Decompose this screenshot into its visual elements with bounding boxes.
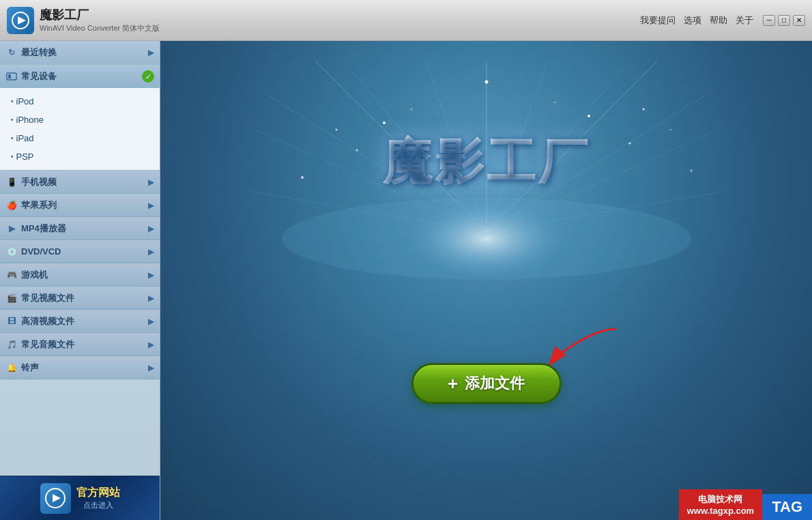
hd-video-section[interactable]: 🎞 高清视频文件 ▶ — [0, 310, 160, 333]
apple-icon: 🍎 — [5, 199, 18, 212]
device-ipod-label: iPod — [16, 96, 34, 106]
apple-series-section[interactable]: 🍎 苹果系列 ▶ — [0, 194, 160, 217]
menu-ask[interactable]: 我要提问 — [640, 14, 676, 27]
hd-video-label: 高清视频文件 — [21, 315, 74, 328]
svg-rect-3 — [8, 74, 11, 78]
title-text-group: 魔影工厂 WinAVI Video Converter 简体中文版 — [40, 7, 160, 33]
check-icon: ✓ — [142, 70, 154, 83]
mp4-player-label: MP4播放器 — [21, 222, 66, 235]
svg-marker-1 — [18, 16, 26, 25]
device-psp-label: PSP — [16, 151, 34, 162]
menu-options[interactable]: 选项 — [684, 14, 701, 27]
official-site-label: 官方网站 — [76, 486, 120, 500]
svg-point-21 — [628, 143, 630, 145]
hd-arrow-icon: ▶ — [148, 317, 154, 326]
recent-icon: ↻ — [5, 46, 18, 59]
mobile-video-section[interactable]: 📱 手机视频 ▶ — [0, 171, 160, 194]
svg-point-24 — [670, 129, 671, 130]
common-video-icon: 🎬 — [5, 292, 18, 304]
maximize-button[interactable]: □ — [778, 15, 790, 26]
ringtone-arrow-icon: ▶ — [148, 363, 154, 373]
recent-convert-header[interactable]: ↻ 最近转换 ▶ — [0, 41, 160, 64]
banner-text: 官方网站 点击进入 — [76, 486, 120, 510]
official-banner[interactable]: 官方网站 点击进入 — [0, 476, 160, 520]
svg-line-16 — [248, 191, 487, 232]
watermark-url: www.tagxp.com — [687, 506, 754, 516]
device-ipad-label: iPad — [16, 133, 34, 143]
audio-arrow-icon: ▶ — [148, 340, 154, 349]
dot-icon: • — [11, 134, 14, 142]
mp4-arrow-icon: ▶ — [148, 224, 154, 233]
window-controls: ─ □ ✕ — [763, 15, 805, 26]
minimize-button[interactable]: ─ — [763, 15, 775, 26]
svg-marker-5 — [53, 494, 61, 502]
content-area: 魔影工厂 + 添加文件 电脑技术网 www.tagxp.com TAG — [160, 41, 812, 520]
apple-arrow-icon: ▶ — [148, 201, 154, 210]
game-console-label: 游戏机 — [21, 269, 48, 281]
svg-point-26 — [356, 149, 358, 151]
game-arrow-icon: ▶ — [148, 270, 154, 280]
svg-point-20 — [588, 115, 590, 117]
common-devices-section: 常见设备 ✓ • iPod • iPhone • iPad • — [0, 65, 160, 171]
common-video-section[interactable]: 🎬 常见视频文件 ▶ — [0, 287, 160, 310]
dot-icon: • — [11, 98, 14, 105]
mobile-arrow-icon: ▶ — [148, 177, 154, 187]
device-ipod[interactable]: • iPod — [0, 92, 160, 111]
mp4-player-section[interactable]: ▶ MP4播放器 ▶ — [0, 217, 160, 240]
dvd-vcd-section[interactable]: 💿 DVD/VCD ▶ — [0, 240, 160, 263]
main-container: ↻ 最近转换 ▶ 常见设备 ✓ — [0, 41, 812, 520]
device-psp[interactable]: • PSP — [0, 147, 160, 166]
add-file-button[interactable]: + 添加文件 — [411, 363, 562, 404]
game-icon: 🎮 — [5, 269, 18, 281]
app-logo — [7, 7, 34, 34]
svg-line-15 — [487, 191, 725, 232]
svg-point-29 — [690, 170, 692, 172]
ringtone-section[interactable]: 🔔 铃声 ▶ — [0, 356, 160, 379]
title-right: 我要提问 选项 帮助 关于 ─ □ ✕ — [640, 14, 805, 27]
device-ipad[interactable]: • iPad — [0, 129, 160, 147]
watermark: 电脑技术网 www.tagxp.com TAG — [679, 489, 812, 520]
common-devices-header[interactable]: 常见设备 ✓ — [0, 65, 160, 88]
app-title-en: WinAVI Video Converter 简体中文版 — [40, 23, 160, 33]
mobile-video-label: 手机视频 — [21, 176, 57, 188]
common-audio-section[interactable]: 🎵 常见音频文件 ▶ — [0, 333, 160, 356]
ringtone-label: 铃声 — [21, 362, 39, 374]
sidebar: ↻ 最近转换 ▶ 常见设备 ✓ — [0, 41, 160, 520]
common-video-arrow-icon: ▶ — [148, 293, 154, 303]
close-button[interactable]: ✕ — [793, 15, 805, 26]
sidebar-bottom: 📱 手机视频 ▶ 🍎 苹果系列 ▶ ▶ MP4播放器 ▶ — [0, 171, 160, 476]
apple-series-label: 苹果系列 — [21, 199, 57, 212]
audio-icon: 🎵 — [5, 338, 18, 351]
device-iphone[interactable]: • iPhone — [0, 111, 160, 129]
watermark-site-name: 电脑技术网 — [698, 493, 742, 506]
svg-point-28 — [335, 129, 337, 131]
dot-icon: • — [11, 116, 14, 124]
game-console-section[interactable]: 🎮 游戏机 ▶ — [0, 263, 160, 287]
svg-point-22 — [554, 102, 555, 103]
starburst-decoration — [248, 61, 725, 334]
add-file-label: 添加文件 — [465, 373, 525, 394]
device-iphone-label: iPhone — [16, 115, 44, 125]
plus-icon: + — [448, 375, 458, 392]
app-main-title: 魔影工厂 — [383, 130, 590, 195]
common-video-label: 常见视频文件 — [21, 292, 74, 304]
mp4-icon: ▶ — [5, 222, 18, 235]
svg-point-30 — [301, 176, 304, 179]
watermark-red: 电脑技术网 www.tagxp.com — [679, 489, 762, 520]
svg-point-27 — [411, 109, 412, 110]
hd-icon: 🎞 — [5, 315, 18, 328]
svg-point-25 — [383, 121, 386, 124]
svg-point-23 — [642, 109, 644, 111]
dvd-vcd-label: DVD/VCD — [21, 246, 61, 257]
dot-icon: • — [11, 153, 14, 160]
menu-help[interactable]: 帮助 — [710, 14, 727, 27]
devices-list: • iPod • iPhone • iPad • PSP — [0, 88, 160, 170]
ringtone-icon: 🔔 — [5, 362, 18, 374]
title-left: 魔影工厂 WinAVI Video Converter 简体中文版 — [7, 7, 160, 34]
title-bar: 魔影工厂 WinAVI Video Converter 简体中文版 我要提问 选… — [0, 0, 812, 41]
recent-convert-section: ↻ 最近转换 ▶ — [0, 41, 160, 65]
svg-point-32 — [282, 198, 691, 280]
app-title-cn: 魔影工厂 — [40, 7, 160, 23]
common-audio-label: 常见音频文件 — [21, 338, 74, 351]
menu-about[interactable]: 关于 — [736, 14, 753, 27]
